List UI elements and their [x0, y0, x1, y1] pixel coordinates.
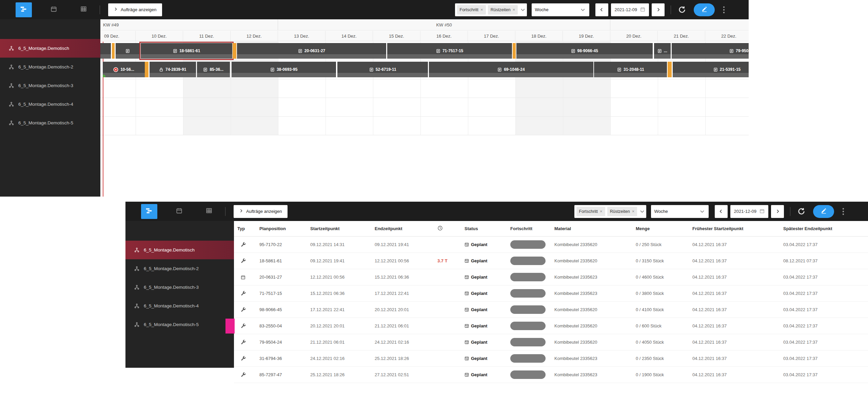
column-header-menge[interactable]: Menge	[636, 226, 692, 231]
refresh-button[interactable]	[678, 5, 686, 14]
orders-table: TypPlanpositionStartzeitpunktEndzeitpunk…	[234, 221, 868, 383]
sidebar-item-resource[interactable]: 6_5_Montage.Demotisch-2	[0, 58, 100, 76]
setup-time-bar[interactable]	[513, 43, 515, 59]
show-orders-button[interactable]: Aufträge anzeigen	[234, 205, 288, 218]
cell-endzeitpunkt: 24.12.2021 02:16	[375, 340, 437, 345]
status-label: Geplant	[471, 275, 487, 280]
remove-filter-icon[interactable]: ×	[600, 209, 603, 214]
gantt-order-bar[interactable]: 21-5391-15	[673, 62, 749, 77]
wrench-icon	[237, 323, 259, 328]
cell-fortschritt	[510, 240, 554, 249]
next-period-button[interactable]	[652, 3, 665, 16]
table-row[interactable]: 31-6794-3624.12.2021 02:1625.12.2021 18:…	[234, 350, 868, 367]
column-header-fortschritt[interactable]: Fortschritt	[510, 226, 554, 231]
column-header-fr-hester-startzeitpunkt[interactable]: Frühester Startzeitpunkt	[692, 226, 783, 231]
setup-time-bar[interactable]	[668, 62, 672, 77]
sidebar-item-resource[interactable]: 6_5_Montage.Demotisch-2	[125, 259, 234, 278]
sidebar-item-resource[interactable]: 6_5_Montage.Demotisch	[125, 241, 234, 259]
cell-startzeitpunkt: 17.12.2021 22:41	[310, 307, 375, 312]
setup-time-bar[interactable]	[233, 43, 236, 59]
table-row[interactable]: 71-7517-1515.12.2021 06:3617.12.2021 22:…	[234, 285, 868, 302]
filter-chip-fortschritt[interactable]: Fortschritt×	[457, 5, 486, 15]
column-header-typ[interactable]: Typ	[237, 226, 259, 231]
sidebar-item-resource[interactable]: 6_5_Montage.Demotisch-4	[125, 297, 234, 315]
previous-period-button[interactable]	[715, 205, 728, 218]
timescale-select[interactable]: Woche	[651, 205, 709, 218]
order-bar-label: 74-2839-91	[165, 67, 186, 72]
column-header-material[interactable]: Material	[554, 226, 636, 231]
sidebar-item-resource[interactable]: 6_5_Montage.Demotisch-5	[125, 315, 234, 334]
filter-chip-ruestzeiten[interactable]: Rüstzeiten×	[488, 5, 518, 15]
cell-planposition: 95-7170-22	[259, 242, 310, 247]
resource-sidebar: 6_5_Montage.Demotisch6_5_Montage.Demotis…	[0, 19, 100, 197]
sidebar-item-resource[interactable]: 6_5_Montage.Demotisch	[0, 39, 100, 58]
setup-time-bar[interactable]	[112, 43, 115, 59]
gantt-view-button[interactable]	[16, 2, 32, 17]
sidebar-item-resource[interactable]: 6_5_Montage.Demotisch-4	[0, 95, 100, 114]
gantt-order-bar[interactable]: 69-1046-24	[429, 62, 593, 77]
show-orders-button[interactable]: Aufträge anzeigen	[108, 3, 162, 16]
table-row[interactable]: 85-7297-4725.12.2021 18:2627.12.2021 02:…	[234, 367, 868, 383]
gantt-order-bar[interactable]: 31-2048-11	[594, 62, 667, 77]
table-view-button[interactable]	[75, 2, 92, 17]
setup-time-bar[interactable]	[145, 62, 149, 77]
gantt-order-bar[interactable]: 20-0631-27	[237, 43, 386, 59]
timescale-select[interactable]: Woche	[532, 3, 589, 16]
table-view-button[interactable]	[201, 204, 217, 219]
filter-chip-ruestzeiten[interactable]: Rüstzeiten×	[607, 207, 637, 216]
layer-filter-multiselect[interactable]: Fortschritt× Rüstzeiten×	[455, 3, 527, 16]
gantt-order-bar[interactable]	[100, 43, 111, 59]
gantt-order-bar[interactable]: 71-7517-15	[387, 43, 512, 59]
more-options-button[interactable]	[723, 6, 725, 14]
gantt-order-bar[interactable]: 79-9504-24	[672, 43, 749, 59]
next-period-button[interactable]	[771, 205, 784, 218]
remove-filter-icon[interactable]: ×	[513, 7, 515, 12]
calendar-view-button[interactable]	[45, 2, 62, 17]
table-row[interactable]: 83-2550-0420.12.2021 20:0121.12.2021 06:…	[234, 318, 868, 334]
gantt-order-bar[interactable]: 98-9066-45	[516, 43, 653, 59]
filter-chip-fortschritt[interactable]: Fortschritt×	[576, 207, 605, 216]
gantt-body: 18-5861-6120-0631-2771-7517-1598-9066-45…	[100, 42, 749, 197]
column-header-startzeitpunkt[interactable]: Startzeitpunkt	[310, 226, 375, 231]
column-header-endzeitpunkt[interactable]: Endzeitpunkt	[375, 226, 437, 231]
column-header-sp-tester-endzeitpunkt[interactable]: Spätester Endzeitpunkt	[783, 226, 868, 231]
previous-period-button[interactable]	[595, 3, 608, 16]
sidebar-item-label: 6_5_Montage.Demotisch	[144, 247, 195, 253]
row-drag-marker	[225, 319, 235, 334]
order-bar-label: 85-36...	[210, 67, 223, 72]
refresh-button[interactable]	[797, 207, 806, 216]
wrench-icon	[237, 340, 259, 345]
layer-filter-multiselect[interactable]: Fortschritt× Rüstzeiten×	[574, 205, 646, 218]
gantt-order-bar[interactable]: 10-56...	[103, 62, 144, 77]
date-picker[interactable]: 2021-12-09	[611, 3, 649, 16]
gantt-order-bar[interactable]: 18-5861-61	[141, 43, 232, 59]
gantt-order-bar[interactable]: 74-2839-91	[150, 62, 196, 77]
remove-filter-icon[interactable]: ×	[632, 209, 635, 214]
table-row[interactable]: 95-7170-2209.12.2021 14:3109.12.2021 19:…	[234, 237, 868, 253]
column-header-planposition[interactable]: Planposition	[259, 226, 310, 231]
sidebar-item-resource[interactable]: 6_5_Montage.Demotisch-3	[0, 76, 100, 95]
edit-mode-button[interactable]	[813, 205, 834, 218]
gantt-order-bar[interactable]: 52-6719-11	[337, 62, 428, 77]
table-row[interactable]: 98-9066-4517.12.2021 22:4120.12.2021 20:…	[234, 302, 868, 318]
gantt-order-bar[interactable]: 85-36...	[197, 62, 230, 77]
table-row[interactable]: 79-9504-2421.12.2021 06:0124.12.2021 02:…	[234, 334, 868, 350]
gantt-order-bar[interactable]	[116, 43, 140, 59]
gantt-order-bar[interactable]: ...	[654, 43, 671, 59]
sidebar-item-resource[interactable]: 6_5_Montage.Demotisch-5	[0, 114, 100, 132]
date-picker[interactable]: 2021-12-09	[730, 205, 769, 218]
remove-filter-icon[interactable]: ×	[480, 7, 483, 12]
gantt-view-button[interactable]	[141, 204, 157, 219]
cell-endzeitpunkt: 12.12.2021 00:56	[375, 258, 437, 263]
table-row[interactable]: 20-0631-2712.12.2021 00:5615.12.2021 06:…	[234, 269, 868, 285]
order-icon	[571, 49, 575, 53]
sidebar-item-resource[interactable]: 6_5_Montage.Demotisch-3	[125, 278, 234, 297]
more-options-button[interactable]	[842, 208, 844, 215]
order-icon	[270, 67, 275, 72]
edit-mode-button[interactable]	[694, 3, 715, 16]
table-row[interactable]: 18-5861-6109.12.2021 19:4112.12.2021 00:…	[234, 253, 868, 269]
gantt-order-bar[interactable]: 38-0693-95	[232, 62, 336, 77]
column-header-duration[interactable]	[437, 225, 465, 232]
calendar-view-button[interactable]	[171, 204, 187, 219]
column-header-status[interactable]: Status	[465, 226, 510, 231]
